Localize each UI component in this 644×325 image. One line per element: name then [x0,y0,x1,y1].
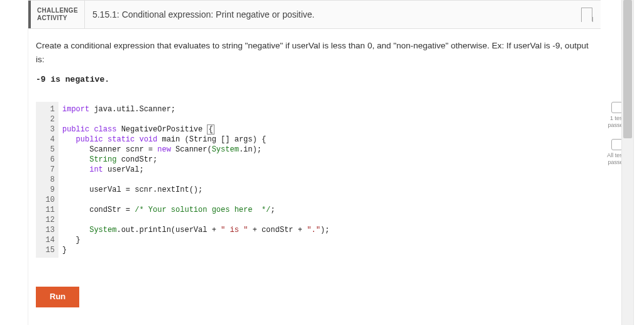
instruction-text: Create a conditional expression that eva… [36,39,593,66]
bookmark-icon [581,8,592,21]
code-line[interactable] [62,114,593,124]
instructions: Create a conditional expression that eva… [28,29,601,102]
code-line[interactable] [62,195,593,205]
code-line[interactable]: Scanner scnr = new Scanner(System.in); [62,145,593,155]
editor-row: 123456789101112131415 import java.util.S… [36,102,593,258]
line-number: 15 [36,245,55,255]
code-line[interactable]: int userVal; [62,165,593,175]
vertical-scrollbar[interactable] [621,0,634,325]
line-number: 12 [36,215,55,225]
code-line[interactable]: } [62,245,593,255]
code-line[interactable] [62,215,593,225]
code-gutter: 123456789101112131415 [36,102,58,258]
challenge-header: CHALLENGE ACTIVITY 5.15.1: Conditional e… [28,0,601,29]
line-number: 4 [36,135,55,145]
challenge-label-block: CHALLENGE ACTIVITY [28,1,84,28]
code-line[interactable]: String condStr; [62,155,593,165]
code-line[interactable]: import java.util.Scanner; [62,104,593,114]
line-number: 8 [36,175,55,185]
code-line[interactable]: public class NegativeOrPositive { [62,124,593,135]
scrollbar-thumb[interactable] [623,0,632,138]
code-line[interactable]: condStr = /* Your solution goes here */; [62,205,593,215]
line-number: 5 [36,145,55,155]
main-panel: CHALLENGE ACTIVITY 5.15.1: Conditional e… [28,0,601,307]
line-number: 13 [36,225,55,235]
challenge-title: 5.15.1: Conditional expression: Print ne… [84,1,573,28]
line-number: 6 [36,155,55,165]
line-number: 14 [36,235,55,245]
line-number: 1 [36,104,55,114]
code-line[interactable] [62,175,593,185]
line-number: 2 [36,114,55,124]
code-line[interactable]: userVal = scnr.nextInt(); [62,185,593,195]
line-number: 9 [36,185,55,195]
page: CHALLENGE ACTIVITY 5.15.1: Conditional e… [0,0,644,325]
challenge-label-line1: CHALLENGE [37,7,78,14]
line-number: 3 [36,124,55,135]
challenge-label-line2: ACTIVITY [37,14,78,22]
example-output: -9 is negative. [36,66,593,97]
code-line[interactable]: public static void main (String [] args)… [62,135,593,145]
line-number: 7 [36,165,55,175]
code-line[interactable]: System.out.println(userVal + " is " + co… [62,225,593,235]
bookmark-slot[interactable] [573,1,601,28]
code-line[interactable]: } [62,235,593,245]
code-editor[interactable]: 123456789101112131415 import java.util.S… [36,102,593,258]
run-button[interactable]: Run [36,287,79,307]
line-number: 10 [36,195,55,205]
line-number: 11 [36,205,55,215]
code-body[interactable]: import java.util.Scanner; public class N… [58,102,593,258]
